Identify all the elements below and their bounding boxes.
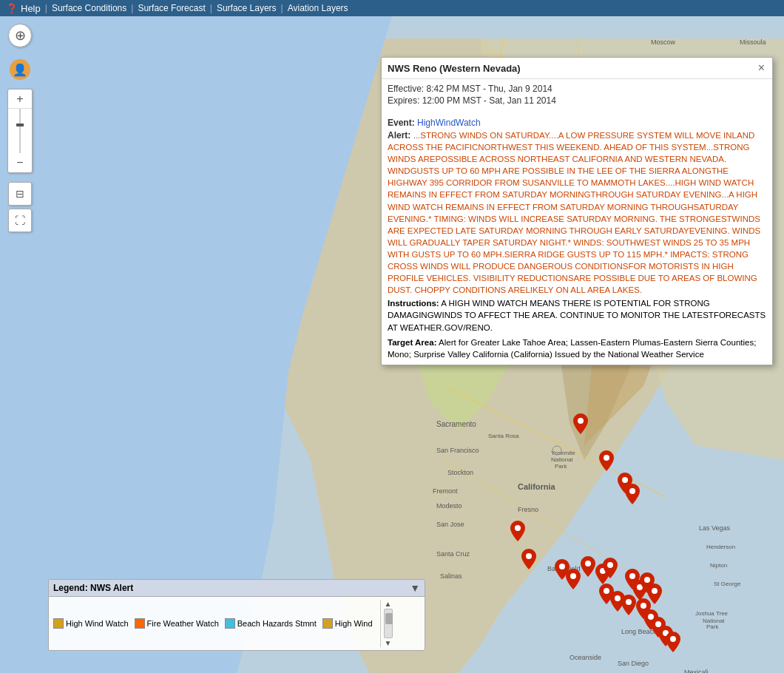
- svg-text:Henderson: Henderson: [706, 544, 735, 550]
- popup-target-line: Target Area: Alert for Greater Lake Taho…: [388, 336, 766, 360]
- svg-point-45: [515, 525, 521, 531]
- svg-text:Joshua Tree: Joshua Tree: [695, 610, 729, 617]
- svg-point-54: [644, 577, 650, 583]
- map-pin-pin1[interactable]: [573, 413, 588, 434]
- map-pin-pin9[interactable]: [581, 556, 595, 577]
- svg-point-47: [559, 564, 565, 569]
- svg-point-57: [615, 595, 621, 601]
- popup-alert-line: Alert: ...STRONG WINDS ON SATURDAY....A …: [388, 129, 766, 296]
- svg-text:San Diego: San Diego: [618, 660, 649, 667]
- sep3: |: [210, 3, 212, 13]
- popup-event-value: HighWindWatch: [417, 118, 481, 128]
- map-pin-pin5[interactable]: [510, 521, 525, 541]
- beach-hazards-swatch: [225, 618, 235, 629]
- pan-control[interactable]: ⊕: [8, 24, 32, 47]
- svg-text:Modesto: Modesto: [436, 502, 462, 510]
- legend-scroll-up[interactable]: ▲: [384, 600, 393, 608]
- surface-conditions-link[interactable]: Surface Conditions: [52, 3, 126, 13]
- legend-panel: Legend: NWS Alert ▼ High Wind Watch Fire…: [48, 579, 425, 651]
- popup-alert-label: Alert:: [388, 130, 410, 141]
- zoom-out-button[interactable]: −: [8, 153, 32, 172]
- surface-forecast-link[interactable]: Surface Forecast: [138, 3, 205, 13]
- high-wind-watch-label: High Wind Watch: [66, 619, 129, 628]
- fire-weather-label: Fire Weather Watch: [147, 619, 219, 628]
- popup-target-text: Alert for Greater Lake Tahoe Area; Lasse…: [388, 338, 756, 359]
- svg-text:St George: St George: [714, 581, 741, 587]
- map-pin-pin8[interactable]: [566, 569, 581, 589]
- legend-header: Legend: NWS Alert ▼: [49, 580, 425, 597]
- popup-target-label: Target Area:: [388, 338, 436, 347]
- zoom-controls: + −: [7, 89, 33, 173]
- svg-point-52: [629, 573, 635, 579]
- legend-title: Legend: NWS Alert: [53, 583, 133, 593]
- svg-text:Nipton: Nipton: [710, 562, 727, 569]
- fullscreen-button[interactable]: ⛶: [8, 209, 32, 232]
- map-pin-pin4[interactable]: [625, 484, 640, 504]
- high-wind-watch-swatch: [53, 618, 64, 629]
- aviation-layers-link[interactable]: Aviation Layers: [288, 3, 348, 13]
- svg-text:Sacramento: Sacramento: [436, 420, 476, 428]
- popup-instructions-line: Instructions: A HIGH WIND WATCH MEANS TH…: [388, 297, 766, 333]
- svg-text:Park: Park: [555, 463, 567, 470]
- popup-title: NWS Reno (Western Nevada): [388, 63, 521, 74]
- svg-text:Santa Rosa: Santa Rosa: [488, 433, 519, 439]
- surface-layers-dropdown[interactable]: Surface Layers NWS Alert Caltrans CCTV: [217, 3, 277, 13]
- svg-text:Yosemite: Yosemite: [551, 450, 575, 456]
- svg-point-46: [526, 553, 532, 559]
- svg-point-58: [626, 599, 632, 605]
- help-section: ❓ Help: [6, 3, 41, 14]
- sep4: |: [281, 3, 283, 13]
- help-label[interactable]: Help: [21, 3, 41, 14]
- high-wind-warn-swatch: [322, 618, 333, 629]
- svg-point-41: [578, 418, 584, 424]
- svg-text:Fremont: Fremont: [433, 487, 458, 495]
- layers-button[interactable]: ⊟: [8, 182, 32, 206]
- svg-point-42: [604, 455, 609, 461]
- popup-close-button[interactable]: ×: [757, 61, 766, 75]
- popup-instructions-text: A HIGH WIND WATCH MEANS THERE IS POTENTI…: [388, 299, 766, 331]
- beach-hazards-label: Beach Hazards Stmnt: [237, 619, 317, 628]
- svg-text:Santa Cruz: Santa Cruz: [436, 550, 470, 558]
- sep2: |: [131, 3, 133, 13]
- svg-text:Las Vegas: Las Vegas: [699, 524, 731, 532]
- legend-scroll-down[interactable]: ▼: [384, 639, 393, 647]
- svg-point-55: [652, 588, 658, 594]
- svg-text:California: California: [518, 482, 556, 491]
- navbar: ❓ Help | Surface Conditions | Surface Fo…: [0, 0, 784, 16]
- map-pin-pin11[interactable]: [603, 558, 618, 578]
- map-pin-pin23[interactable]: [666, 632, 680, 652]
- svg-text:Oceanside: Oceanside: [570, 654, 601, 661]
- zoom-in-button[interactable]: +: [8, 89, 32, 109]
- map-pin-pin2[interactable]: [599, 450, 614, 471]
- surface-layers-label[interactable]: Surface Layers: [217, 3, 277, 13]
- svg-text:National: National: [551, 456, 573, 463]
- legend-toggle-button[interactable]: ▼: [410, 582, 420, 594]
- svg-point-49: [585, 561, 591, 567]
- map-pin-pin6[interactable]: [521, 549, 536, 569]
- svg-point-56: [604, 588, 609, 594]
- legend-body: High Wind Watch Fire Weather Watch Beach…: [49, 597, 425, 650]
- svg-text:Fresno: Fresno: [518, 506, 538, 513]
- svg-text:Stockton: Stockton: [447, 469, 473, 476]
- high-wind-warn-label: High Wind: [335, 619, 373, 628]
- svg-text:Park: Park: [706, 623, 719, 630]
- legend-item-beach-hazards: Beach Hazards Stmnt: [225, 618, 317, 629]
- sep1: |: [45, 3, 47, 13]
- svg-text:Salinas: Salinas: [440, 572, 462, 580]
- street-view-control[interactable]: 👤: [10, 59, 30, 80]
- map-pin-pin18[interactable]: [621, 595, 636, 615]
- popup-effective: Effective: 8:42 PM MST - Thu, Jan 9 2014: [388, 84, 766, 94]
- help-icon: ❓: [6, 3, 18, 14]
- map-container[interactable]: Sacramento San Francisco Stockton Fremon…: [0, 16, 784, 673]
- popup-event-line: Event: HighWindWatch: [388, 118, 766, 128]
- popup-instructions-label: Instructions:: [388, 299, 439, 308]
- popup-expires: Expires: 12:00 PM MST - Sat, Jan 11 2014: [388, 95, 766, 106]
- svg-text:San Jose: San Jose: [436, 521, 464, 528]
- svg-point-48: [570, 573, 576, 579]
- svg-text:Missoula: Missoula: [740, 38, 766, 46]
- svg-point-63: [670, 636, 676, 642]
- svg-point-51: [607, 562, 613, 568]
- svg-point-59: [641, 603, 646, 609]
- svg-text:San Francisco: San Francisco: [436, 447, 479, 454]
- svg-point-43: [622, 477, 628, 483]
